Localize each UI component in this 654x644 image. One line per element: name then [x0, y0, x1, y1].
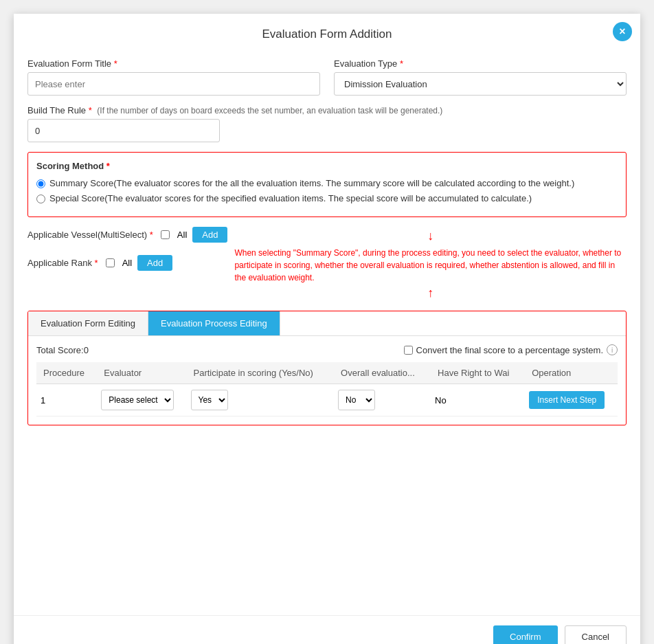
tab-form-editing[interactable]: Evaluation Form Editing [28, 311, 148, 335]
modal-title: Evaluation Form Addition [262, 27, 392, 41]
rank-all-label: All [122, 258, 132, 268]
col-overall: Overall evaluatio... [334, 362, 431, 384]
tabs-content: Total Score:0 Convert the final score to… [28, 336, 626, 425]
rank-label: Applicable Rank * [27, 258, 98, 268]
col-evaluator: Evaluator [97, 362, 186, 384]
process-table: Procedure Evaluator Participate in scori… [36, 362, 618, 417]
form-group-rule: Build The Rule * (If the number of days … [27, 105, 627, 142]
vessel-all-label: All [177, 230, 187, 240]
title-label: Evaluation Form Title * [27, 58, 320, 69]
vessel-all-checkbox[interactable] [161, 230, 170, 239]
rule-note: (If the number of days on board exceeds … [97, 106, 442, 115]
rank-all-checkbox[interactable] [106, 258, 115, 267]
type-select[interactable]: Dimission Evaluation [334, 72, 627, 96]
vessel-add-button[interactable]: Add [192, 227, 227, 243]
applicable-groups: Applicable Vessel(MultiSelect) * All Add… [27, 227, 227, 278]
table-head: Procedure Evaluator Participate in scori… [36, 362, 618, 384]
table-body: 1 Please select Yes No [36, 384, 618, 417]
cell-evaluator: Please select [97, 384, 186, 417]
info-icon[interactable]: i [607, 344, 618, 355]
col-participate: Participate in scoring (Yes/No) [187, 362, 335, 384]
cell-participate: Yes No [187, 384, 335, 417]
cell-overall: No Yes [334, 384, 431, 417]
form-row-title-type: Evaluation Form Title * Evaluation Type … [27, 58, 627, 96]
form-group-title: Evaluation Form Title * [27, 58, 320, 96]
tooltip-text: When selecting "Summary Score", during t… [234, 248, 621, 282]
applicable-vessel-row: Applicable Vessel(MultiSelect) * All Add [27, 227, 227, 243]
scoring-option2-row: Special Score(The evaluator scores for t… [36, 193, 618, 203]
vessel-label: Applicable Vessel(MultiSelect) * [27, 230, 153, 240]
convert-label: Convert the final score to a percentage … [416, 345, 603, 355]
convert-checkbox[interactable] [404, 346, 413, 355]
participate-select[interactable]: Yes No [191, 390, 228, 410]
form-group-type: Evaluation Type * Dimission Evaluation [334, 58, 627, 96]
rule-input[interactable] [27, 119, 220, 142]
tooltip-box: ↓ When selecting "Summary Score", during… [227, 227, 627, 302]
table-header-row: Procedure Evaluator Participate in scori… [36, 362, 618, 384]
rule-label: Build The Rule * (If the number of days … [27, 105, 627, 115]
cell-right: No [431, 384, 525, 417]
modal-container: Evaluation Form Addition × Evaluation Fo… [14, 14, 640, 644]
cell-operation: Insert Next Step [525, 384, 618, 417]
overall-select[interactable]: No Yes [338, 390, 375, 410]
scoring-option1-row: Summary Score(The evaluator scores for t… [36, 178, 618, 188]
right-value: No [435, 395, 447, 406]
scoring-option1-label: Summary Score(The evaluator scores for t… [49, 178, 574, 188]
applicable-rank-row: Applicable Rank * All Add [27, 255, 227, 271]
type-label: Evaluation Type * [334, 58, 627, 69]
modal-header: Evaluation Form Addition × [14, 14, 640, 48]
form-row-rule: Build The Rule * (If the number of days … [27, 105, 627, 142]
close-button[interactable]: × [613, 22, 632, 41]
confirm-button[interactable]: Confirm [493, 625, 558, 644]
tab-process-editing[interactable]: Evaluation Process Editing [148, 311, 280, 335]
scoring-radio-summary[interactable] [36, 179, 45, 188]
table-row: 1 Please select Yes No [36, 384, 618, 417]
title-input[interactable] [27, 72, 320, 96]
rank-add-button[interactable]: Add [137, 255, 172, 271]
col-operation: Operation [525, 362, 618, 384]
convert-checkbox-group: Convert the final score to a percentage … [404, 344, 618, 355]
scoring-method-box: Scoring Method * Summary Score(The evalu… [27, 152, 627, 217]
tabs-header: Evaluation Form Editing Evaluation Proce… [28, 311, 626, 336]
col-right: Have Right to Wai [431, 362, 525, 384]
cancel-button[interactable]: Cancel [565, 625, 627, 644]
insert-next-step-button[interactable]: Insert Next Step [529, 391, 605, 409]
modal-footer: Confirm Cancel [14, 615, 640, 644]
evaluator-select[interactable]: Please select [101, 390, 174, 410]
scoring-radio-special[interactable] [36, 195, 45, 203]
modal-body: Evaluation Form Title * Evaluation Type … [14, 48, 640, 491]
col-procedure: Procedure [36, 362, 97, 384]
total-score: Total Score:0 [36, 345, 89, 355]
tabs-section: Evaluation Form Editing Evaluation Proce… [27, 311, 627, 425]
scoring-method-title: Scoring Method * [36, 161, 618, 171]
applicable-vessel-section: Applicable Vessel(MultiSelect) * All Add… [27, 227, 627, 302]
scoring-option2-label: Special Score(The evaluator scores for t… [49, 193, 532, 203]
score-convert-row: Total Score:0 Convert the final score to… [36, 344, 618, 355]
cell-procedure: 1 [36, 384, 97, 417]
